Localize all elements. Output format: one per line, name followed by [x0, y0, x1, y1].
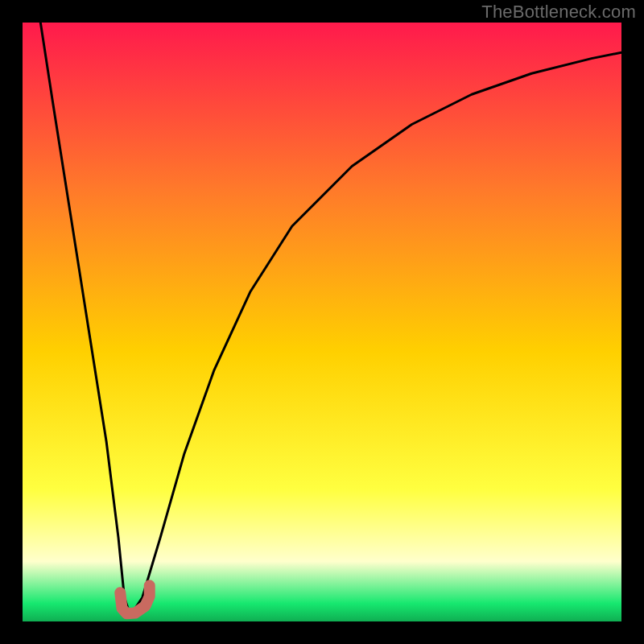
bottleneck-chart	[23, 23, 621, 621]
gradient-background	[23, 23, 621, 621]
chart-frame: TheBottleneck.com	[0, 0, 644, 644]
watermark-text: TheBottleneck.com	[481, 2, 636, 23]
plot-area	[23, 23, 621, 621]
